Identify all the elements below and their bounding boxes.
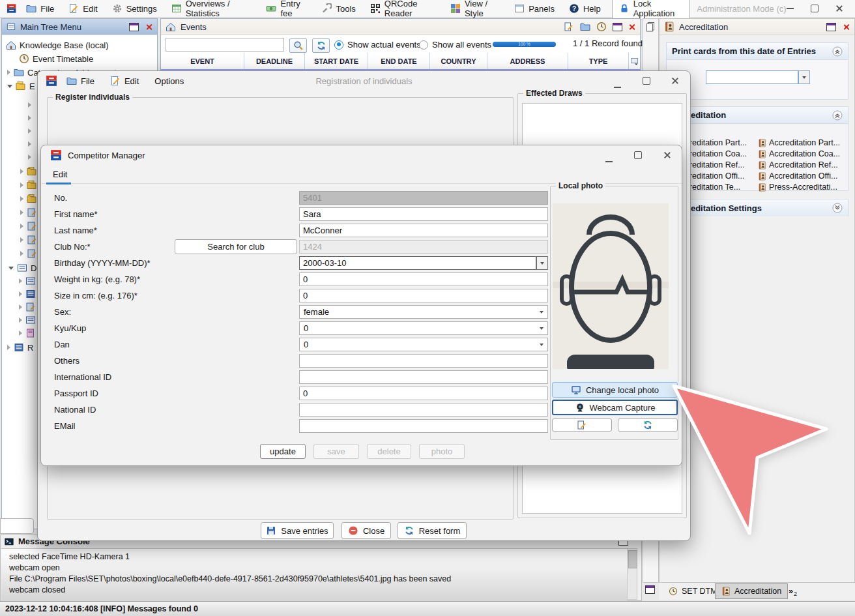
edit-photo-button[interactable] [552, 418, 612, 432]
maximize-icon[interactable] [643, 77, 650, 87]
save-entries-button[interactable]: Save entries [261, 522, 334, 539]
tree-collapse-arrow-icon[interactable] [20, 251, 23, 256]
combo-dropdown-button[interactable] [798, 70, 810, 84]
tree-collapse-arrow-icon[interactable] [20, 183, 23, 188]
folder-icon[interactable] [580, 22, 590, 32]
tree-item[interactable] [28, 98, 31, 111]
refresh-button[interactable] [312, 38, 330, 53]
registration-menu-file[interactable]: File [60, 76, 101, 86]
tree-collapse-arrow-icon[interactable] [19, 304, 22, 310]
dock-window-icon[interactable] [645, 585, 655, 594]
close-icon[interactable] [835, 5, 843, 12]
scrollbar-thumb[interactable] [628, 550, 637, 568]
tree-collapse-arrow-icon[interactable] [20, 237, 23, 242]
pages-icon[interactable] [645, 22, 656, 32]
tree-collapse-arrow-icon[interactable] [19, 278, 22, 284]
menu-panels[interactable]: Panels [507, 0, 562, 17]
tree-collapse-arrow-icon[interactable] [20, 169, 23, 174]
column-header-end-date[interactable]: END DATE [368, 53, 430, 69]
clock-icon[interactable] [596, 22, 607, 32]
print-date-combo-input[interactable] [706, 70, 798, 84]
column-header-country[interactable]: COUNTRY [430, 53, 487, 69]
radio-icon[interactable] [419, 40, 428, 50]
tree-item[interactable] [19, 274, 36, 287]
tab-accreditation[interactable]: Accreditation [715, 583, 788, 599]
no-field[interactable] [299, 191, 548, 205]
tree-item[interactable] [19, 314, 36, 327]
tree-item[interactable] [20, 247, 37, 260]
radio-show-all[interactable]: Show all events [419, 40, 491, 50]
chevron-up-icon[interactable] [832, 110, 843, 121]
minimize-icon[interactable] [614, 80, 621, 90]
tree-item[interactable] [19, 301, 36, 314]
search-for-club-button[interactable]: Search for club [175, 239, 297, 254]
maximize-icon[interactable] [811, 5, 819, 12]
accreditation-item[interactable]: Accreditation Ref... [758, 160, 848, 169]
others-field[interactable] [299, 354, 548, 368]
tree-item[interactable] [28, 151, 31, 164]
reset-form-button[interactable]: Reset form [398, 522, 467, 539]
column-header-address[interactable]: ADDRESS [487, 53, 568, 69]
national-id-field[interactable] [299, 403, 548, 417]
tree-item[interactable] [20, 220, 37, 233]
menu-tools[interactable]: Tools [314, 0, 362, 17]
close-panel-icon[interactable] [145, 23, 152, 31]
close-icon[interactable] [671, 77, 679, 87]
close-icon[interactable] [663, 151, 671, 161]
weight-field[interactable] [299, 272, 548, 286]
tree-item[interactable] [20, 233, 37, 246]
tree-item-event-timetable[interactable]: Event Timetable [19, 52, 93, 65]
radio-selected-icon[interactable] [334, 40, 343, 50]
column-header-type[interactable]: TYPE [568, 53, 629, 69]
menu-overviews[interactable]: Overviews / Statistics [164, 0, 259, 17]
tree-item[interactable] [20, 192, 37, 205]
registration-menu-options[interactable]: Options [148, 76, 190, 86]
tree-collapse-arrow-icon[interactable] [28, 141, 31, 147]
tree-collapse-arrow-icon[interactable] [20, 196, 23, 201]
tree-expand-arrow-icon[interactable] [8, 267, 14, 270]
webcam-capture-button[interactable]: Webcam Capture [552, 400, 678, 415]
console-scrollbar[interactable] [627, 548, 637, 600]
passport-id-field[interactable] [299, 387, 548, 400]
tree-item[interactable] [20, 165, 37, 178]
email-field[interactable] [299, 419, 548, 433]
tree-collapse-arrow-icon[interactable] [28, 115, 31, 121]
menu-help[interactable]: Help [562, 0, 608, 17]
size-field[interactable] [299, 289, 548, 302]
tree-collapse-arrow-icon[interactable] [28, 128, 31, 134]
tree-collapse-arrow-icon[interactable] [19, 291, 22, 297]
update-button[interactable]: update [260, 444, 306, 459]
tree-collapse-arrow-icon[interactable] [19, 330, 22, 336]
lock-application-button[interactable]: Lock Application [612, 0, 691, 20]
restore-panel-icon[interactable] [613, 23, 622, 31]
column-header-event[interactable]: EVENT [161, 53, 244, 69]
column-header-deadline[interactable]: DEADLINE [244, 53, 305, 69]
collapsed-panel-corner[interactable] [0, 518, 34, 534]
menu-file[interactable]: File [19, 0, 61, 17]
close-panel-icon[interactable] [628, 23, 635, 31]
tree-item[interactable] [28, 125, 31, 138]
restore-panel-icon[interactable] [826, 23, 836, 31]
tree-item[interactable] [28, 138, 31, 151]
tree-item-d[interactable]: D [8, 261, 36, 274]
restore-panel-icon[interactable] [129, 23, 139, 31]
menu-settings[interactable]: Settings [105, 0, 164, 17]
change-local-photo-button[interactable]: Change local photo [552, 382, 678, 398]
radio-show-actual[interactable]: Show actual events [334, 40, 421, 50]
tree-item[interactable] [28, 111, 31, 125]
kyu-kup-select[interactable]: 0 [299, 321, 548, 335]
first-name-field[interactable] [299, 207, 548, 221]
tree-collapse-arrow-icon[interactable] [28, 154, 31, 160]
accreditation-item[interactable]: Accreditation Part... [758, 138, 848, 147]
tree-collapse-arrow-icon[interactable] [28, 102, 31, 108]
birthday-dropdown-button[interactable] [536, 256, 548, 270]
tree-expand-arrow-icon[interactable] [7, 85, 12, 88]
tree-item-events[interactable]: E [7, 80, 35, 93]
close-panel-icon[interactable] [843, 23, 850, 31]
search-button[interactable] [289, 38, 307, 53]
tree-item-knowledge-base[interactable]: Knowledge Base (local) [6, 38, 109, 51]
minimize-icon[interactable] [787, 8, 794, 9]
menu-edit[interactable]: Edit [61, 0, 104, 17]
events-search-input[interactable] [166, 38, 284, 51]
international-id-field[interactable] [299, 370, 548, 384]
